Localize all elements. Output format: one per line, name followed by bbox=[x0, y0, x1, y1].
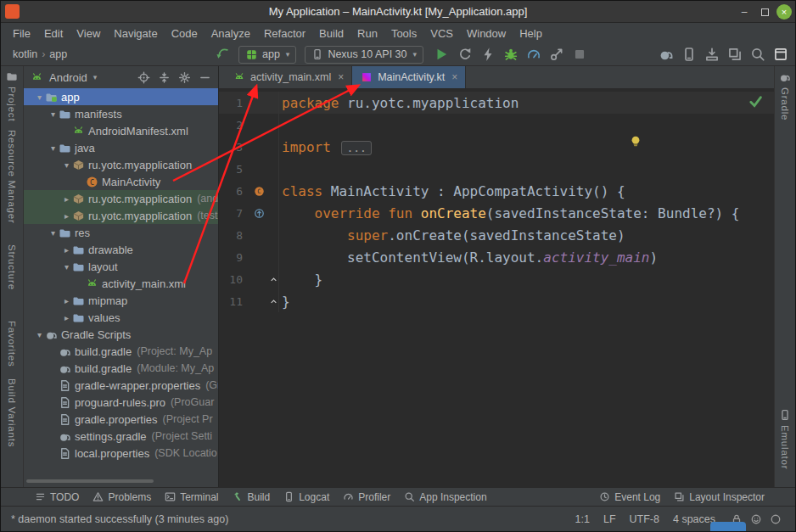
menu-item-tools[interactable]: Tools bbox=[384, 25, 423, 42]
collapse-all-icon[interactable] bbox=[158, 71, 171, 84]
tree-item-gradle-wrapper-properties[interactable]: gradle-wrapper.properties(Gr bbox=[24, 377, 218, 394]
tree-item-drawable[interactable]: ▸drawable bbox=[24, 241, 218, 258]
code-line-6[interactable]: 6Cclass MainActivity : AppCompatActivity… bbox=[219, 180, 774, 202]
tree-chevron-icon[interactable]: ▾ bbox=[48, 109, 59, 119]
code-editor[interactable]: 1package ru.yotc.myapplication23import .… bbox=[219, 89, 774, 487]
toolwindow-button-emulator[interactable]: Emulator bbox=[779, 409, 791, 469]
line-number[interactable]: 6 bbox=[219, 185, 249, 198]
layout-inspector-icon[interactable] bbox=[727, 47, 743, 62]
override-gutter-icon[interactable] bbox=[249, 208, 268, 219]
debug-icon[interactable] bbox=[503, 47, 519, 62]
minimize-button[interactable]: – bbox=[736, 3, 753, 20]
background-tasks-icon[interactable] bbox=[770, 513, 782, 525]
code-line-8[interactable]: 8 super.onCreate(savedInstanceState) bbox=[219, 224, 774, 246]
tree-item-gradle-properties[interactable]: gradle.properties(Project Pr bbox=[24, 411, 218, 428]
tree-chevron-icon[interactable]: ▾ bbox=[34, 92, 45, 102]
tree-item-mainactivity[interactable]: CMainActivity bbox=[24, 173, 218, 190]
bottom-tab-event-log[interactable]: Event Log bbox=[592, 488, 667, 506]
menu-item-refactor[interactable]: Refactor bbox=[257, 25, 312, 42]
tree-item-gradle-scripts[interactable]: ▾Gradle Scripts bbox=[24, 326, 218, 343]
locate-file-icon[interactable] bbox=[137, 71, 150, 84]
line-number[interactable]: 3 bbox=[219, 141, 249, 154]
maximize-button[interactable] bbox=[756, 3, 773, 20]
tree-item-app[interactable]: ▾app bbox=[24, 88, 218, 105]
tree-item-layout[interactable]: ▾layout bbox=[24, 258, 218, 275]
line-number[interactable]: 7 bbox=[219, 207, 249, 220]
run-config-select[interactable]: app ▾ bbox=[238, 46, 296, 64]
project-view-label[interactable]: Android bbox=[49, 71, 87, 84]
chevron-down-icon[interactable]: ▾ bbox=[93, 73, 98, 81]
toolwindow-button-gradle[interactable]: Gradle bbox=[779, 71, 791, 120]
inspections-ok-icon[interactable] bbox=[748, 94, 763, 109]
line-number[interactable]: 9 bbox=[219, 251, 249, 264]
tree-item-ru-yotc-myapplication[interactable]: ▸ru.yotc.myapplication(andr bbox=[24, 190, 218, 207]
tree-item-values[interactable]: ▸values bbox=[24, 309, 218, 326]
bottom-tab-logcat[interactable]: Logcat bbox=[277, 488, 336, 506]
bottom-tab-problems[interactable]: Problems bbox=[86, 488, 158, 506]
tree-item-local-properties[interactable]: local.properties(SDK Locatio bbox=[24, 445, 218, 462]
bottom-tab-build[interactable]: Build bbox=[226, 488, 277, 506]
line-number[interactable]: 1 bbox=[219, 97, 249, 109]
toolwindow-button-project[interactable]: Project bbox=[6, 70, 18, 121]
feedback-smiley-icon[interactable] bbox=[750, 513, 762, 525]
tree-item-res[interactable]: ▾res bbox=[24, 224, 218, 241]
bottom-tab-layout-inspector[interactable]: Layout Inspector bbox=[667, 488, 771, 506]
line-number[interactable]: 5 bbox=[219, 163, 249, 176]
tree-item-ru-yotc-myapplication[interactable]: ▸ru.yotc.myapplication(test bbox=[24, 207, 218, 224]
line-number[interactable]: 11 bbox=[219, 295, 249, 308]
hook-arrow-icon[interactable] bbox=[215, 47, 230, 62]
tree-chevron-icon[interactable]: ▸ bbox=[61, 313, 72, 322]
line-number[interactable]: 8 bbox=[219, 229, 249, 242]
sdk-manager-icon[interactable] bbox=[704, 47, 720, 62]
window-titlebar[interactable]: My Application – MainActivity.kt [My_App… bbox=[1, 1, 795, 23]
search-everywhere-icon[interactable] bbox=[750, 47, 765, 62]
menu-item-help[interactable]: Help bbox=[513, 25, 549, 42]
indent-setting[interactable]: 4 spaces bbox=[673, 513, 715, 525]
tree-item-build-gradle[interactable]: build.gradle(Project: My_Ap bbox=[24, 343, 218, 360]
menu-item-build[interactable]: Build bbox=[312, 25, 350, 42]
horizontal-scrollbar[interactable] bbox=[26, 479, 154, 483]
intention-bulb-icon[interactable] bbox=[629, 135, 642, 148]
rerun-icon[interactable] bbox=[457, 47, 473, 62]
tab-activity-main-xml[interactable]: activity_main.xml× bbox=[225, 66, 352, 88]
ide-windows-icon[interactable] bbox=[773, 47, 788, 62]
code-line-3[interactable]: 3import ... bbox=[219, 136, 774, 158]
toolwindow-button-resource-manager[interactable]: Resource Manager bbox=[7, 130, 17, 224]
tree-item-mipmap[interactable]: ▸mipmap bbox=[24, 292, 218, 309]
tree-chevron-icon[interactable]: ▸ bbox=[61, 211, 72, 221]
tree-item-java[interactable]: ▾java bbox=[24, 139, 218, 156]
code-line-1[interactable]: 1package ru.yotc.myapplication bbox=[219, 92, 774, 114]
menu-item-vcs[interactable]: VCS bbox=[423, 25, 460, 42]
menu-item-run[interactable]: Run bbox=[350, 25, 384, 42]
menu-item-file[interactable]: File bbox=[6, 25, 37, 42]
code-line-5[interactable]: 5 bbox=[219, 158, 774, 180]
line-number[interactable]: 10 bbox=[219, 273, 249, 286]
bottom-tab-profiler[interactable]: Profiler bbox=[336, 488, 397, 506]
tab-mainactivity-kt[interactable]: MainActivity.kt× bbox=[352, 66, 466, 88]
menu-item-navigate[interactable]: Navigate bbox=[107, 25, 164, 42]
menu-item-analyze[interactable]: Analyze bbox=[205, 25, 257, 42]
tree-item-androidmanifest-xml[interactable]: AndroidManifest.xml bbox=[24, 122, 218, 139]
menu-item-edit[interactable]: Edit bbox=[37, 25, 70, 42]
menu-item-window[interactable]: Window bbox=[460, 25, 513, 42]
bottom-tab-terminal[interactable]: Terminal bbox=[158, 488, 225, 506]
bottom-tab-todo[interactable]: TODO bbox=[28, 488, 86, 506]
stop-icon[interactable] bbox=[572, 47, 587, 62]
folded-imports-region[interactable]: ... bbox=[341, 141, 371, 155]
code-line-10[interactable]: 10 } bbox=[219, 268, 774, 290]
avd-manager-icon[interactable] bbox=[681, 47, 697, 62]
tree-chevron-icon[interactable]: ▸ bbox=[61, 245, 72, 255]
line-separator[interactable]: LF bbox=[603, 513, 616, 525]
tree-item-ru-yotc-myapplication[interactable]: ▾ru.yotc.myapplication bbox=[24, 156, 218, 173]
menu-item-view[interactable]: View bbox=[70, 25, 107, 42]
tree-chevron-icon[interactable]: ▸ bbox=[61, 194, 72, 204]
toolwindow-button-favorites[interactable]: Favorites bbox=[7, 321, 17, 367]
tree-item-manifests[interactable]: ▾manifests bbox=[24, 105, 218, 122]
bottom-tab-app-inspection[interactable]: App Inspection bbox=[397, 488, 493, 506]
class-gutter-icon[interactable]: C bbox=[249, 186, 268, 197]
tree-chevron-icon[interactable]: ▾ bbox=[34, 330, 45, 339]
code-line-7[interactable]: 7 override fun onCreate(savedInstanceSta… bbox=[219, 202, 774, 224]
tab-close-icon[interactable]: × bbox=[338, 71, 344, 83]
gradle-sync-icon[interactable] bbox=[659, 47, 674, 62]
device-select[interactable]: Nexus 10 API 30 ▾ bbox=[305, 46, 423, 64]
